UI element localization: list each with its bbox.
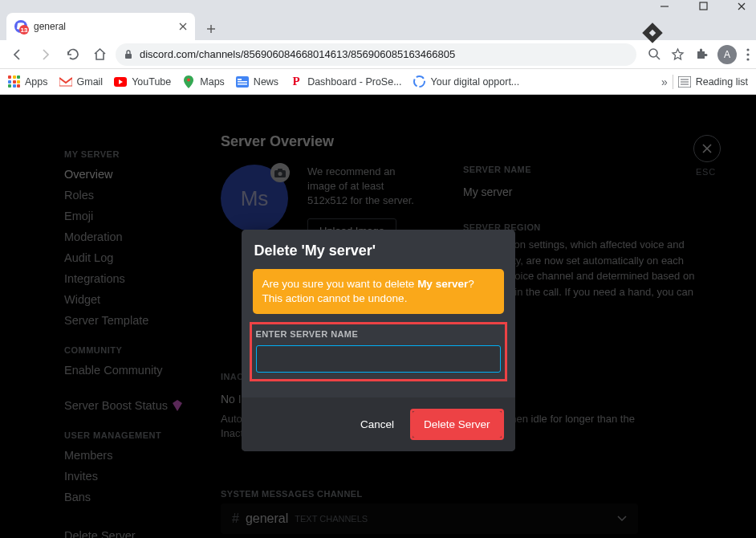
discord-favicon: 13 bbox=[14, 20, 27, 33]
new-tab-button[interactable] bbox=[200, 18, 222, 40]
home-button[interactable] bbox=[88, 43, 111, 66]
bookmark-digital[interactable]: Your digital opport... bbox=[413, 75, 520, 88]
svg-point-12 bbox=[746, 53, 749, 55]
apps-grid-icon bbox=[8, 75, 20, 88]
forward-button[interactable] bbox=[34, 43, 56, 66]
page-viewport: MY SERVER Overview Roles Emoji Moderatio… bbox=[0, 95, 756, 538]
bookmark-maps[interactable]: Maps bbox=[182, 75, 225, 88]
svg-point-13 bbox=[746, 58, 749, 60]
notification-badge: 13 bbox=[19, 25, 29, 35]
delete-button-highlight: Delete Server bbox=[410, 409, 504, 440]
svg-rect-8 bbox=[125, 54, 132, 59]
url-text: discord.com/channels/856906084668014613/… bbox=[140, 48, 455, 60]
back-button[interactable] bbox=[6, 43, 29, 66]
overflow-chevron-icon[interactable]: » bbox=[661, 75, 668, 88]
pinterest-icon: P bbox=[290, 75, 303, 88]
bookmark-gmail[interactable]: Gmail bbox=[59, 75, 104, 88]
warn-text-pre: Are you sure you want to delete bbox=[262, 278, 418, 290]
bookmark-label: Gmail bbox=[77, 76, 104, 88]
modal-backdrop: Delete 'My server' Are you sure you want… bbox=[0, 95, 756, 538]
svg-point-20 bbox=[414, 76, 425, 87]
svg-rect-18 bbox=[238, 81, 247, 83]
tab-title: general bbox=[34, 21, 66, 32]
google-g-icon bbox=[413, 75, 426, 88]
search-icon[interactable] bbox=[648, 47, 661, 61]
bookmark-label: Your digital opport... bbox=[431, 76, 520, 88]
chrome-menu-icon[interactable] bbox=[746, 48, 750, 61]
browser-tab[interactable]: 13 general bbox=[6, 13, 195, 40]
browser-toolbar: discord.com/channels/856906084668014613/… bbox=[0, 40, 756, 69]
svg-rect-1 bbox=[700, 2, 707, 10]
reading-list-button[interactable]: Reading list bbox=[696, 76, 748, 88]
server-name-input[interactable] bbox=[256, 345, 501, 373]
address-bar[interactable]: discord.com/channels/856906084668014613/… bbox=[116, 43, 636, 66]
svg-line-10 bbox=[656, 56, 660, 59]
youtube-icon bbox=[114, 75, 127, 88]
svg-rect-17 bbox=[238, 79, 242, 80]
news-icon bbox=[236, 75, 249, 88]
bookmark-news[interactable]: News bbox=[236, 75, 278, 88]
maps-icon bbox=[182, 75, 195, 88]
warning-box: Are you sure you want to delete My serve… bbox=[253, 269, 504, 314]
cancel-button[interactable]: Cancel bbox=[356, 412, 399, 437]
svg-rect-19 bbox=[238, 84, 247, 85]
svg-point-11 bbox=[746, 48, 749, 51]
bookmark-label: YouTube bbox=[132, 76, 171, 88]
bookmark-label: Dashboard - ProSe... bbox=[307, 76, 401, 88]
tab-close-button[interactable] bbox=[179, 22, 187, 31]
tab-strip: 13 general bbox=[0, 12, 756, 40]
modal-title: Delete 'My server' bbox=[254, 243, 502, 259]
incognito-indicator-icon bbox=[642, 22, 662, 43]
delete-server-button[interactable]: Delete Server bbox=[413, 411, 502, 438]
bookmark-label: News bbox=[254, 76, 278, 88]
divider bbox=[673, 75, 673, 89]
extensions-icon[interactable] bbox=[694, 47, 708, 61]
gmail-icon bbox=[59, 75, 72, 88]
reading-list-icon bbox=[678, 76, 691, 88]
bookmark-label: Maps bbox=[200, 76, 225, 88]
apps-button[interactable]: Apps bbox=[8, 75, 48, 88]
enter-server-name-label: ENTER SERVER NAME bbox=[256, 329, 501, 339]
lock-icon bbox=[124, 49, 133, 59]
profile-avatar[interactable]: A bbox=[717, 45, 737, 64]
delete-server-modal: Delete 'My server' Are you sure you want… bbox=[242, 230, 515, 451]
apps-label: Apps bbox=[25, 76, 48, 88]
reload-button[interactable] bbox=[61, 43, 83, 66]
bookmark-prose[interactable]: P Dashboard - ProSe... bbox=[290, 75, 401, 88]
svg-point-15 bbox=[187, 78, 190, 81]
svg-point-9 bbox=[649, 49, 657, 57]
window-controls bbox=[0, 0, 756, 12]
warn-server-name: My server bbox=[417, 278, 468, 290]
bookmark-star-icon[interactable] bbox=[671, 47, 685, 61]
bookmarks-bar: Apps Gmail YouTube Maps News P Dashboard… bbox=[0, 69, 756, 95]
bookmark-youtube[interactable]: YouTube bbox=[114, 75, 171, 88]
